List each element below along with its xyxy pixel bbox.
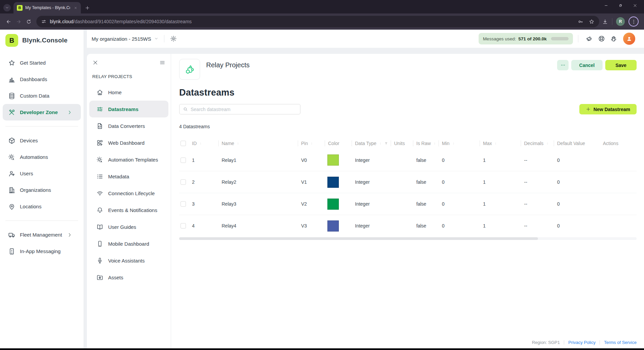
column-header-name[interactable]: Name <box>218 138 298 149</box>
sort-icon[interactable] <box>546 141 549 146</box>
browser-profile-avatar[interactable]: R <box>616 17 625 26</box>
sort-icon[interactable] <box>310 141 313 146</box>
sidebar-item-developer-zone[interactable]: Developer Zone <box>3 104 81 120</box>
sort-icon[interactable] <box>494 141 497 146</box>
template-menu-item-mobile-dashboard[interactable]: Mobile Dashboard <box>89 235 168 252</box>
terms-of-service-link[interactable]: Terms of Service <box>600 340 637 345</box>
filter-icon[interactable] <box>384 142 388 145</box>
datastream-row-relay4[interactable]: 4Relay4V3Integerfalse01--0 <box>179 215 637 237</box>
bookmark-star-icon[interactable] <box>589 19 594 25</box>
sort-icon[interactable] <box>433 141 436 146</box>
column-header-min[interactable]: Min <box>439 138 480 149</box>
report-bug-icon[interactable] <box>610 35 617 42</box>
cancel-button[interactable]: Cancel <box>571 60 603 70</box>
horizontal-scrollbar[interactable] <box>179 237 637 240</box>
org-selector[interactable]: My organization - 2515WS <box>92 36 158 42</box>
url-text: blynk.cloud/dashboard/914002/templates/e… <box>50 19 192 24</box>
cell-max: 1 <box>480 149 521 171</box>
chevron-down-icon <box>154 37 158 41</box>
row-checkbox[interactable] <box>181 158 186 163</box>
template-menu-item-data-converters[interactable]: Data Converters <box>89 117 168 134</box>
sidebar-item-organizations[interactable]: Organizations <box>3 182 81 198</box>
column-header-pin[interactable]: Pin <box>298 138 325 149</box>
back-button[interactable] <box>3 16 13 27</box>
cell-data-type: Integer <box>352 215 391 237</box>
search-input[interactable] <box>191 107 297 112</box>
column-label: Decimals <box>524 141 544 146</box>
template-menu-item-events-notifications[interactable]: Events & Notifications <box>89 202 168 218</box>
org-settings-gear-icon[interactable] <box>170 35 177 42</box>
sort-icon[interactable] <box>452 141 455 146</box>
template-menu-item-datastreams[interactable]: Datastreams <box>89 101 168 117</box>
user-avatar[interactable] <box>623 33 635 45</box>
sort-icon[interactable] <box>199 141 202 146</box>
row-checkbox[interactable] <box>181 201 186 207</box>
new-datastream-button[interactable]: New Datastream <box>579 104 637 114</box>
row-checkbox[interactable] <box>181 223 186 229</box>
color-swatch <box>327 177 339 188</box>
template-menu-item-connection-lifecycle[interactable]: Connection Lifecycle <box>89 185 168 202</box>
column-header-decimals[interactable]: Decimals <box>521 138 554 149</box>
sidebar-item-locations[interactable]: Locations <box>3 198 81 215</box>
sidebar-item-label: Developer Zone <box>20 109 58 115</box>
cell-default-value: 0 <box>554 215 600 237</box>
template-menu-collapse-icon[interactable] <box>159 60 165 66</box>
cell-is-raw: false <box>413 171 439 193</box>
more-actions-button[interactable] <box>557 60 569 70</box>
new-tab-button[interactable] <box>85 5 90 10</box>
window-restore-button[interactable] <box>618 3 623 8</box>
template-menu-item-voice-assistants[interactable]: Voice Assistants <box>89 252 168 269</box>
url-bar[interactable]: blynk.cloud/dashboard/914002/templates/e… <box>36 16 599 27</box>
search-box[interactable] <box>179 104 300 114</box>
datastream-row-relay1[interactable]: 1Relay1V0Integerfalse01--0 <box>179 149 637 171</box>
phone-message-icon <box>8 248 15 255</box>
sidebar-item-custom-data[interactable]: Custom Data <box>3 88 81 104</box>
template-menu-item-metadata[interactable]: Metadata <box>89 168 168 185</box>
window-close-button[interactable] <box>633 3 637 8</box>
site-info-icon[interactable] <box>41 19 46 24</box>
save-button[interactable]: Save <box>605 60 637 70</box>
sidebar-item-get-started[interactable]: Get Started <box>3 55 81 71</box>
template-menu-item-automation-templates[interactable]: Automation Templates <box>89 151 168 168</box>
select-all-checkbox[interactable] <box>181 141 186 146</box>
tab-search-button[interactable] <box>3 4 11 11</box>
reload-button[interactable] <box>24 16 34 27</box>
sidebar-item-dashboards[interactable]: Dashboards <box>3 71 81 88</box>
privacy-policy-link[interactable]: Privacy Policy <box>564 340 600 345</box>
sidebar-item-fleet-management[interactable]: Fleet Management <box>3 226 81 243</box>
help-support-icon[interactable] <box>598 35 605 42</box>
scrollbar-thumb[interactable] <box>179 237 538 240</box>
sort-icon[interactable] <box>236 141 239 146</box>
downloads-icon[interactable] <box>602 19 608 25</box>
tab-close-button[interactable] <box>73 5 78 10</box>
datastream-row-relay3[interactable]: 3Relay3V2Integerfalse01--0 <box>179 193 637 215</box>
template-menu-item-assets[interactable]: Assets <box>89 269 168 286</box>
template-menu-item-home[interactable]: Home <box>89 84 168 101</box>
cell-default-value: 0 <box>554 193 600 215</box>
template-menu-item-web-dashboard[interactable]: Web Dashboard <box>89 134 168 151</box>
sidebar-item-users[interactable]: Users <box>3 165 81 182</box>
sidebar-item-devices[interactable]: Devices <box>3 132 81 149</box>
column-header-max[interactable]: Max <box>480 138 521 149</box>
password-manager-icon[interactable] <box>578 19 583 25</box>
sidebar-item-label: Devices <box>20 138 38 143</box>
browser-menu-button[interactable] <box>629 16 639 27</box>
forward-button[interactable] <box>13 16 24 27</box>
template-menu-close-icon[interactable] <box>92 60 98 66</box>
window-minimize-button[interactable] <box>604 3 608 8</box>
column-header-data-type[interactable]: Data Type <box>352 138 391 149</box>
template-menu-item-user-guides[interactable]: User Guides <box>89 218 168 235</box>
pin-icon <box>8 203 15 210</box>
browser-tab[interactable]: B My Templates - Blynk.Console <box>13 2 81 13</box>
announcements-icon[interactable] <box>586 35 593 42</box>
column-header-is-raw[interactable]: Is Raw <box>413 138 439 149</box>
page-title: Datastreams <box>179 88 637 98</box>
datastream-row-relay2[interactable]: 2Relay2V1Integerfalse01--0 <box>179 171 637 193</box>
cell-decimals: -- <box>521 149 554 171</box>
sidebar-item-in-app-messaging[interactable]: In-App Messaging <box>3 243 81 259</box>
column-header-id[interactable]: ID <box>191 138 218 149</box>
sidebar-item-automations[interactable]: Automations <box>3 149 81 165</box>
row-checkbox[interactable] <box>181 179 186 185</box>
sort-icon[interactable] <box>379 141 382 146</box>
color-swatch <box>327 220 339 232</box>
